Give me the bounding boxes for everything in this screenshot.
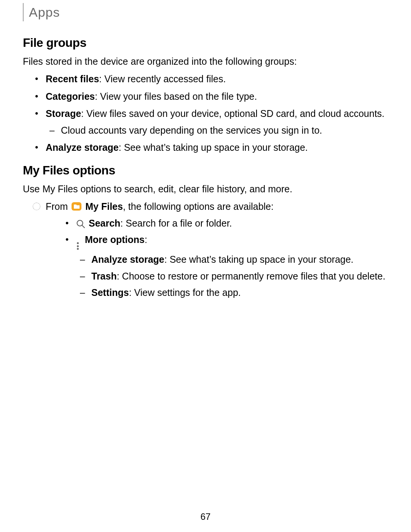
- option-text: : Search for a file or folder.: [120, 218, 232, 228]
- more-options-sublist: Analyze storage: See what’s taking up sp…: [76, 252, 388, 300]
- header-section-title: Apps: [29, 5, 60, 20]
- step-from-my-files: From My Files, the following options are…: [23, 200, 388, 300]
- header-divider: [23, 3, 24, 21]
- list-file-groups: Recent files: View recently accessed fil…: [23, 72, 388, 155]
- list-item: Categories: View your files based on the…: [23, 89, 388, 104]
- options-list: Search: Search for a file or folder. Mor…: [46, 216, 388, 300]
- item-text: : View your files based on the file type…: [95, 91, 257, 102]
- item-label: Storage: [46, 108, 81, 119]
- list-item: Recent files: View recently accessed fil…: [23, 72, 388, 86]
- item-text: : See what’s taking up space in your sto…: [119, 142, 308, 153]
- item-text: : See what’s taking up space in your sto…: [164, 254, 354, 265]
- list-item: Storage: View files saved on your device…: [23, 107, 388, 137]
- item-text: : View recently accessed files.: [99, 73, 226, 84]
- sublist-item: Settings: View settings for the app.: [76, 286, 388, 300]
- item-text: : Choose to restore or permanently remov…: [117, 271, 386, 281]
- option-item-search: Search: Search for a file or folder.: [46, 216, 388, 231]
- option-item-more: More options: Analyze storage: See what’…: [46, 233, 388, 300]
- intro-file-groups: Files stored in the device are organized…: [23, 54, 388, 68]
- sublist-item: Analyze storage: See what’s taking up sp…: [76, 252, 388, 267]
- heading-my-files-options: My Files options: [23, 163, 388, 177]
- item-label: Recent files: [46, 73, 99, 84]
- list-item: Analyze storage: See what’s taking up sp…: [23, 141, 388, 155]
- item-label: Trash: [91, 271, 117, 281]
- item-label: Settings: [91, 287, 129, 298]
- item-label: Analyze storage: [91, 254, 164, 265]
- heading-file-groups: File groups: [23, 36, 388, 50]
- search-icon: [76, 218, 85, 227]
- option-label: More options: [85, 234, 145, 245]
- item-label: Categories: [46, 91, 95, 102]
- option-label: Search: [89, 218, 120, 228]
- item-label: Analyze storage: [46, 142, 119, 153]
- sublist: Cloud accounts vary depending on the ser…: [46, 123, 388, 138]
- my-files-icon: [71, 201, 82, 210]
- item-text: : View settings for the app.: [129, 287, 241, 298]
- page-header: Apps: [23, 0, 388, 24]
- svg-line-2: [82, 225, 84, 228]
- lead-prefix: From: [46, 201, 70, 212]
- document-page: Apps File groups Files stored in the dev…: [0, 0, 411, 532]
- more-options-icon: [76, 242, 80, 250]
- app-label: My Files: [85, 201, 123, 212]
- intro-my-files-options: Use My Files options to search, edit, cl…: [23, 182, 388, 196]
- svg-point-1: [77, 220, 83, 226]
- sublist-item: Trash: Choose to restore or permanently …: [76, 269, 388, 284]
- lead-suffix: , the following options are available:: [123, 201, 274, 212]
- option-text: :: [145, 234, 147, 245]
- sublist-item: Cloud accounts vary depending on the ser…: [46, 123, 388, 138]
- item-text: : View files saved on your device, optio…: [81, 108, 384, 119]
- page-number: 67: [0, 511, 411, 522]
